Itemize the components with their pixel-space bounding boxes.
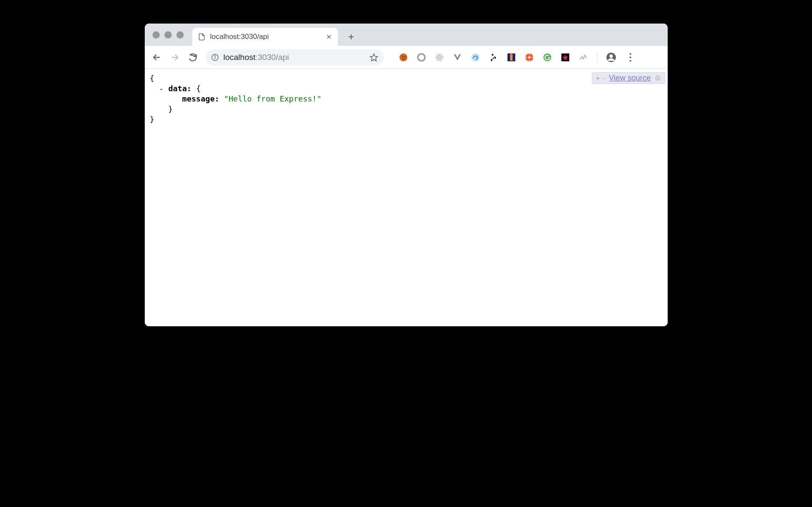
brace: { bbox=[196, 84, 201, 93]
svg-point-26 bbox=[528, 56, 531, 59]
new-tab-button[interactable] bbox=[344, 30, 358, 44]
brace: } bbox=[150, 115, 155, 124]
extension-vue-icon[interactable] bbox=[452, 52, 463, 63]
extension-cookie-icon[interactable] bbox=[398, 52, 409, 63]
back-button[interactable] bbox=[149, 50, 164, 65]
json-viewer-toolbar: + - View source bbox=[592, 72, 665, 84]
reload-button[interactable] bbox=[185, 50, 200, 65]
svg-point-12 bbox=[404, 56, 405, 57]
brace: } bbox=[168, 104, 173, 113]
json-line: } bbox=[150, 114, 663, 125]
json-line: } bbox=[150, 104, 663, 114]
site-info-icon[interactable] bbox=[211, 53, 219, 62]
svg-point-13 bbox=[402, 58, 403, 59]
svg-point-10 bbox=[399, 53, 407, 61]
json-viewer: { - data: { message: "Hello from Express… bbox=[145, 69, 668, 129]
svg-point-15 bbox=[418, 54, 425, 61]
page-icon bbox=[197, 33, 206, 41]
extension-misc-icon[interactable] bbox=[578, 52, 588, 63]
page-content: + - View source { - data: { message: "He… bbox=[145, 69, 668, 326]
browser-window: localhost:3030/api localhost:3030/api bbox=[145, 24, 668, 326]
json-line: - data: { bbox=[150, 84, 663, 94]
extension-orange-icon[interactable] bbox=[524, 52, 534, 63]
svg-marker-9 bbox=[370, 54, 377, 61]
extension-atom-icon[interactable] bbox=[434, 52, 445, 63]
window-controls bbox=[150, 24, 188, 46]
tab-title: localhost:3030/api bbox=[210, 33, 321, 41]
expand-all-button[interactable]: + bbox=[596, 75, 600, 82]
url-host: localhost bbox=[224, 53, 256, 62]
extension-star-icon[interactable] bbox=[560, 52, 570, 63]
toolbar-divider bbox=[597, 52, 597, 63]
profile-button[interactable] bbox=[606, 52, 616, 63]
url-text: localhost:3030/api bbox=[224, 53, 365, 62]
minimize-window-button[interactable] bbox=[164, 31, 172, 39]
svg-point-35 bbox=[609, 54, 613, 58]
gear-icon[interactable] bbox=[654, 75, 661, 82]
collapse-all-button[interactable]: - bbox=[603, 75, 605, 82]
json-line: message: "Hello from Express!" bbox=[150, 94, 663, 104]
svg-rect-28 bbox=[529, 60, 530, 61]
svg-rect-27 bbox=[529, 53, 530, 55]
svg-rect-29 bbox=[525, 57, 527, 58]
extension-grammarly-icon[interactable] bbox=[542, 52, 552, 63]
extension-lighthouse-icon[interactable] bbox=[506, 52, 516, 63]
svg-rect-23 bbox=[510, 55, 513, 60]
svg-point-14 bbox=[404, 58, 405, 59]
svg-rect-30 bbox=[531, 57, 533, 58]
extensions-area bbox=[398, 51, 637, 64]
json-value-message: "Hello from Express!" bbox=[224, 94, 322, 103]
tab-bar: localhost:3030/api bbox=[145, 24, 668, 46]
svg-marker-20 bbox=[454, 54, 461, 60]
toolbar: localhost:3030/api bbox=[145, 46, 668, 69]
url-rest: :3030/api bbox=[256, 53, 289, 62]
view-source-link[interactable]: View source bbox=[609, 74, 651, 83]
extension-swirl-icon[interactable] bbox=[470, 52, 481, 63]
svg-point-36 bbox=[657, 78, 659, 79]
extension-recycle-icon[interactable] bbox=[488, 52, 499, 63]
svg-point-11 bbox=[401, 55, 403, 57]
json-line: { bbox=[150, 73, 663, 84]
browser-tab[interactable]: localhost:3030/api bbox=[192, 28, 338, 46]
bookmark-star-icon[interactable] bbox=[369, 53, 379, 62]
svg-point-21 bbox=[471, 53, 479, 61]
chrome-menu-button[interactable] bbox=[624, 51, 637, 64]
address-bar[interactable]: localhost:3030/api bbox=[206, 49, 384, 66]
maximize-window-button[interactable] bbox=[176, 31, 184, 39]
close-tab-button[interactable] bbox=[325, 33, 333, 41]
extension-ring-icon[interactable] bbox=[416, 52, 427, 63]
brace: { bbox=[150, 74, 155, 83]
forward-button[interactable] bbox=[167, 50, 182, 65]
json-key-message: message: bbox=[182, 94, 219, 103]
collapse-toggle[interactable]: - bbox=[159, 84, 164, 93]
close-window-button[interactable] bbox=[152, 31, 160, 39]
svg-point-19 bbox=[439, 57, 440, 58]
json-key-data: data: bbox=[168, 84, 191, 93]
svg-point-8 bbox=[215, 55, 215, 56]
